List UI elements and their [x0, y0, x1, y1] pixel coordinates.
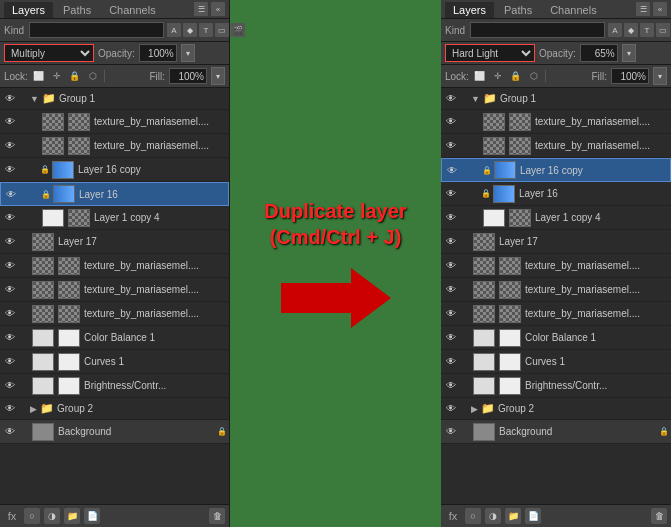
layer-row[interactable]: 👁 🔒 Layer 16	[0, 182, 229, 206]
layer-row[interactable]: 👁 texture_by_mariasemel....	[0, 278, 229, 302]
adjustment-icon[interactable]: ◑	[44, 508, 60, 524]
right-opacity-arrow[interactable]: ▾	[622, 44, 636, 62]
eye-icon[interactable]: 👁	[443, 354, 459, 370]
layer-row[interactable]: 👁 ▶ 📁 Group 2	[0, 398, 229, 420]
delete-layer-icon[interactable]: 🗑	[209, 508, 225, 524]
right-fill-arrow[interactable]: ▾	[653, 67, 667, 85]
layer-row[interactable]: 👁 texture_by_mariasemel....	[441, 110, 671, 134]
eye-icon[interactable]: 👁	[2, 258, 18, 274]
eye-icon[interactable]: 👁	[2, 234, 18, 250]
left-fill-arrow[interactable]: ▾	[211, 67, 225, 85]
right-search-input[interactable]	[470, 22, 605, 38]
left-lock-all-icon[interactable]: 🔒	[68, 69, 82, 83]
layer-row[interactable]: 👁 ▶ 📁 Group 2	[441, 398, 671, 420]
right-link-icon[interactable]: fx	[445, 508, 461, 524]
eye-icon[interactable]: 👁	[443, 258, 459, 274]
eye-icon[interactable]: 👁	[443, 91, 459, 107]
eye-icon[interactable]: 👁	[443, 138, 459, 154]
layer-row[interactable]: 👁 texture_by_mariasemel....	[0, 110, 229, 134]
eye-icon[interactable]: 👁	[2, 210, 18, 226]
eye-icon[interactable]: 👁	[2, 354, 18, 370]
right-adjustment-icon[interactable]: ◑	[485, 508, 501, 524]
eye-icon[interactable]: 👁	[443, 378, 459, 394]
eye-icon[interactable]: 👁	[2, 282, 18, 298]
eye-icon[interactable]: 👁	[443, 424, 459, 440]
eye-icon[interactable]: 👁	[443, 114, 459, 130]
eye-icon[interactable]: 👁	[2, 330, 18, 346]
layer-row[interactable]: 👁 Layer 1 copy 4	[0, 206, 229, 230]
layer-row[interactable]: 👁 Curves 1	[0, 350, 229, 374]
left-search-input[interactable]	[29, 22, 164, 38]
left-filter-adj-icon[interactable]: ◆	[183, 23, 197, 37]
right-new-group-icon[interactable]: 📁	[505, 508, 521, 524]
eye-icon[interactable]: 👁	[2, 306, 18, 322]
right-tab-layers[interactable]: Layers	[445, 2, 494, 18]
layer-row[interactable]: 👁 texture_by_mariasemel....	[0, 254, 229, 278]
left-panel-menu-icon[interactable]: ☰	[194, 2, 208, 16]
left-filter-shape-icon[interactable]: ▭	[215, 23, 229, 37]
new-group-icon[interactable]: 📁	[64, 508, 80, 524]
left-opacity-arrow[interactable]: ▾	[181, 44, 195, 62]
add-mask-icon[interactable]: ○	[24, 508, 40, 524]
layer-row[interactable]: 👁 texture_by_mariasemel....	[0, 134, 229, 158]
group-arrow-icon[interactable]: ▼	[471, 94, 480, 104]
left-lock-px-icon[interactable]: ⬜	[32, 69, 46, 83]
right-filter-shape-icon[interactable]: ▭	[656, 23, 670, 37]
group-arrow-icon[interactable]: ▶	[471, 404, 478, 414]
eye-icon[interactable]: 👁	[444, 162, 460, 178]
left-tab-paths[interactable]: Paths	[55, 2, 99, 18]
eye-icon[interactable]: 👁	[443, 306, 459, 322]
eye-icon[interactable]: 👁	[443, 330, 459, 346]
left-opacity-input[interactable]	[139, 44, 177, 62]
eye-icon[interactable]: 👁	[2, 91, 18, 107]
left-blend-select[interactable]: Multiply Hard Light Normal	[4, 44, 94, 62]
layer-row[interactable]: 👁 ▼ 📁 Group 1	[441, 88, 671, 110]
eye-icon[interactable]: 👁	[443, 234, 459, 250]
layer-row[interactable]: 👁 Color Balance 1	[441, 326, 671, 350]
right-lock-px-icon[interactable]: ⬜	[473, 69, 487, 83]
right-panel-collapse-icon[interactable]: «	[653, 2, 667, 16]
eye-icon[interactable]: 👁	[3, 186, 19, 202]
layer-row[interactable]: 👁 Layer 17	[0, 230, 229, 254]
layer-row[interactable]: 👁 texture_by_mariasemel....	[441, 278, 671, 302]
right-add-mask-icon[interactable]: ○	[465, 508, 481, 524]
left-lock-artboard-icon[interactable]: ⬡	[86, 69, 100, 83]
layer-row[interactable]: 👁 texture_by_mariasemel....	[441, 254, 671, 278]
right-filter-px-icon[interactable]: A	[608, 23, 622, 37]
right-filter-adj-icon[interactable]: ◆	[624, 23, 638, 37]
layer-row[interactable]: 👁 texture_by_mariasemel....	[0, 302, 229, 326]
new-layer-icon[interactable]: 📄	[84, 508, 100, 524]
left-panel-collapse-icon[interactable]: «	[211, 2, 225, 16]
left-tab-layers[interactable]: Layers	[4, 2, 53, 18]
left-filter-type-icon[interactable]: T	[199, 23, 213, 37]
right-lock-artboard-icon[interactable]: ⬡	[527, 69, 541, 83]
layer-row[interactable]: 👁 Background 🔒	[0, 420, 229, 444]
right-fill-input[interactable]	[611, 68, 649, 84]
right-filter-type-icon[interactable]: T	[640, 23, 654, 37]
layer-row[interactable]: 👁 Color Balance 1	[0, 326, 229, 350]
eye-icon[interactable]: 👁	[2, 138, 18, 154]
eye-icon[interactable]: 👁	[443, 210, 459, 226]
eye-icon[interactable]: 👁	[2, 162, 18, 178]
right-tab-channels[interactable]: Channels	[542, 2, 604, 18]
layer-row[interactable]: 👁 Layer 17	[441, 230, 671, 254]
eye-icon[interactable]: 👁	[443, 186, 459, 202]
link-icon[interactable]: fx	[4, 508, 20, 524]
right-panel-menu-icon[interactable]: ☰	[636, 2, 650, 16]
eye-icon[interactable]: 👁	[2, 401, 18, 417]
eye-icon[interactable]: 👁	[2, 378, 18, 394]
left-tab-channels[interactable]: Channels	[101, 2, 163, 18]
eye-icon[interactable]: 👁	[443, 401, 459, 417]
layer-row[interactable]: 👁 texture_by_mariasemel....	[441, 302, 671, 326]
layer-row[interactable]: 👁 🔒 Layer 16	[441, 182, 671, 206]
eye-icon[interactable]: 👁	[2, 114, 18, 130]
eye-icon[interactable]: 👁	[2, 424, 18, 440]
left-filter-px-icon[interactable]: A	[167, 23, 181, 37]
layer-row[interactable]: 👁 🔒 Layer 16 copy	[441, 158, 671, 182]
layer-row[interactable]: 👁 texture_by_mariasemel....	[441, 134, 671, 158]
right-opacity-input[interactable]	[580, 44, 618, 62]
layer-row[interactable]: 👁 Background 🔒	[441, 420, 671, 444]
layer-row[interactable]: 👁 Brightness/Contr...	[0, 374, 229, 398]
layer-row[interactable]: 👁 🔒 Layer 16 copy	[0, 158, 229, 182]
right-blend-select[interactable]: Hard Light Multiply Normal	[445, 44, 535, 62]
